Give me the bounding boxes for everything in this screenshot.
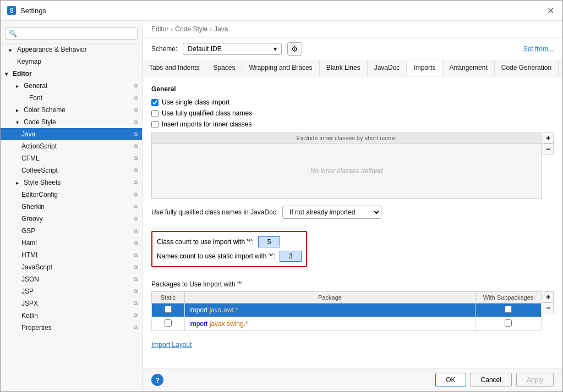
title-bar: S Settings ✕ bbox=[1, 1, 562, 21]
sidebar-label: JSP bbox=[21, 288, 34, 295]
sidebar-label: Color Scheme bbox=[24, 106, 65, 114]
import-layout-section: Import Layout bbox=[151, 336, 554, 349]
close-button[interactable]: ✕ bbox=[545, 5, 556, 16]
breadcrumb-sep1: › bbox=[171, 25, 173, 33]
class-count-input[interactable] bbox=[258, 236, 280, 247]
tab-blank-lines[interactable]: Blank Lines bbox=[320, 60, 368, 76]
breadcrumb: Editor › Code Style › Java bbox=[143, 21, 562, 38]
table-row[interactable]: import javax.swing.* bbox=[152, 317, 542, 331]
sidebar-item-jsp[interactable]: JSP ⧉ bbox=[1, 285, 142, 297]
expand-arrow: ▾ bbox=[16, 119, 21, 125]
sidebar-item-javascript[interactable]: JavaScript ⧉ bbox=[1, 261, 142, 273]
checkbox-single-class-import-input[interactable] bbox=[151, 99, 158, 106]
tab-arrangement[interactable]: Arrangement bbox=[442, 60, 494, 76]
copy-icon: ⧉ bbox=[134, 240, 138, 246]
sidebar-item-jspx[interactable]: JSPX ⧉ bbox=[1, 297, 142, 310]
content-area: General Use single class import Use full… bbox=[143, 76, 562, 368]
search-input[interactable] bbox=[5, 27, 138, 40]
sidebar-item-properties[interactable]: Properties ⧉ bbox=[1, 322, 142, 334]
sidebar-item-editor[interactable]: ▾ Editor bbox=[1, 68, 142, 80]
tab-code-generation[interactable]: Code Generation bbox=[495, 60, 559, 76]
sidebar-item-html[interactable]: HTML ⧉ bbox=[1, 249, 142, 261]
sidebar-label: Java bbox=[21, 130, 35, 138]
tab-spaces[interactable]: Spaces bbox=[206, 60, 242, 76]
sidebar-label: Kotlin bbox=[21, 312, 38, 319]
sidebar-label: Editor bbox=[13, 70, 32, 78]
expand-arrow: ▸ bbox=[16, 107, 21, 113]
checkbox-fully-qualified-input[interactable] bbox=[151, 110, 158, 117]
table-row[interactable]: import java.awt.* bbox=[152, 303, 542, 317]
sidebar-item-gherkin[interactable]: Gherkin ⧉ bbox=[1, 201, 142, 213]
copy-icon: ⧉ bbox=[134, 95, 138, 101]
sidebar-item-code-style[interactable]: ▾ Code Style ⧉ bbox=[1, 116, 142, 128]
subpackages-checkbox[interactable] bbox=[505, 306, 512, 313]
exclude-remove-button[interactable]: − bbox=[543, 143, 554, 154]
sidebar-item-actionscript[interactable]: ActionScript ⧉ bbox=[1, 140, 142, 152]
packages-section: Packages to Use Import with '*' Static P… bbox=[151, 280, 554, 331]
tab-imports[interactable]: Imports bbox=[407, 60, 442, 76]
title-bar-left: S Settings bbox=[7, 6, 46, 15]
copy-icon: ⧉ bbox=[134, 203, 138, 210]
tab-overflow[interactable]: ≫ bbox=[559, 60, 562, 76]
gear-button[interactable]: ⚙ bbox=[287, 42, 302, 56]
scheme-select[interactable]: Default IDE ▾ bbox=[183, 43, 282, 55]
sidebar-item-groovy[interactable]: Groovy ⧉ bbox=[1, 213, 142, 225]
apply-button[interactable]: Apply bbox=[516, 373, 554, 387]
sidebar-item-kotlin[interactable]: Kotlin ⧉ bbox=[1, 310, 142, 322]
sidebar-label: Style Sheets bbox=[24, 179, 61, 186]
sidebar-item-json[interactable]: JSON ⧉ bbox=[1, 273, 142, 285]
tab-tabs-indents[interactable]: Tabs and Indents bbox=[143, 60, 206, 76]
scheme-bar: Scheme: Default IDE ▾ ⚙ Set from... bbox=[143, 38, 562, 60]
names-count-input[interactable] bbox=[280, 251, 302, 262]
general-section-title: General bbox=[151, 85, 554, 93]
sidebar-item-editorconfig[interactable]: EditorConfig ⧉ bbox=[1, 189, 142, 201]
import-layout-link[interactable]: Import Layout bbox=[151, 341, 192, 349]
sidebar-item-cfml[interactable]: CFML ⧉ bbox=[1, 152, 142, 164]
subpackages-cell bbox=[475, 303, 542, 317]
sidebar-label: General bbox=[24, 82, 47, 90]
sidebar-item-general[interactable]: ▸ General ⧉ bbox=[1, 80, 142, 92]
expand-arrow: ▾ bbox=[5, 71, 10, 77]
sidebar-label: JSPX bbox=[21, 300, 38, 307]
import-keyword: import bbox=[189, 306, 210, 314]
sidebar-item-style-sheets[interactable]: ▸ Style Sheets ⧉ bbox=[1, 176, 142, 189]
sidebar-item-haml[interactable]: Haml ⧉ bbox=[1, 237, 142, 249]
package-name: javax.swing.* bbox=[210, 320, 248, 328]
sidebar-item-color-scheme[interactable]: ▸ Color Scheme ⧉ bbox=[1, 104, 142, 116]
sidebar-item-appearance-behavior[interactable]: ▸ Appearance & Behavior bbox=[1, 43, 142, 56]
subpackages-checkbox[interactable] bbox=[505, 319, 512, 327]
checkbox-insert-imports-input[interactable] bbox=[151, 121, 158, 128]
static-cell bbox=[152, 317, 185, 331]
package-name: java.awt.* bbox=[210, 306, 238, 314]
sidebar: ▸ Appearance & Behavior Keymap ▾ Editor … bbox=[1, 21, 143, 391]
static-checkbox[interactable] bbox=[165, 319, 172, 327]
scheme-label: Scheme: bbox=[151, 45, 177, 53]
tab-wrapping[interactable]: Wrapping and Braces bbox=[242, 60, 319, 76]
sidebar-label: Keymap bbox=[17, 58, 41, 65]
sidebar-label: CFML bbox=[21, 154, 40, 162]
sidebar-item-coffeescript[interactable]: CoffeeScript ⧉ bbox=[1, 164, 142, 176]
sidebar-label: Font bbox=[29, 94, 42, 102]
javadoc-select[interactable]: If not already imported Always Never bbox=[282, 206, 381, 219]
sidebar-label: JSON bbox=[21, 275, 39, 283]
set-from-link[interactable]: Set from... bbox=[523, 45, 554, 53]
copy-icon: ⧉ bbox=[134, 155, 138, 162]
copy-icon: ⧉ bbox=[134, 300, 138, 307]
tab-javadoc[interactable]: JavaDoc bbox=[368, 60, 407, 76]
sidebar-item-java[interactable]: Java ⧉ bbox=[1, 128, 142, 140]
packages-add-button[interactable]: + bbox=[543, 291, 554, 302]
static-checkbox[interactable] bbox=[165, 306, 172, 313]
sidebar-item-gsp[interactable]: GSP ⧉ bbox=[1, 225, 142, 237]
sidebar-item-keymap[interactable]: Keymap bbox=[1, 56, 142, 68]
expand-arrow: ▸ bbox=[16, 83, 21, 89]
scheme-value: Default IDE bbox=[188, 45, 221, 53]
sidebar-label: ActionScript bbox=[21, 142, 57, 150]
copy-icon: ⧉ bbox=[134, 119, 138, 125]
help-button[interactable]: ? bbox=[151, 374, 163, 386]
sidebar-label: EditorConfig bbox=[21, 191, 58, 198]
ok-button[interactable]: OK bbox=[435, 373, 466, 387]
packages-remove-button[interactable]: − bbox=[543, 302, 554, 313]
cancel-button[interactable]: Cancel bbox=[471, 373, 512, 387]
sidebar-item-font[interactable]: Font ⧉ bbox=[1, 92, 142, 104]
exclude-add-button[interactable]: + bbox=[543, 132, 554, 143]
